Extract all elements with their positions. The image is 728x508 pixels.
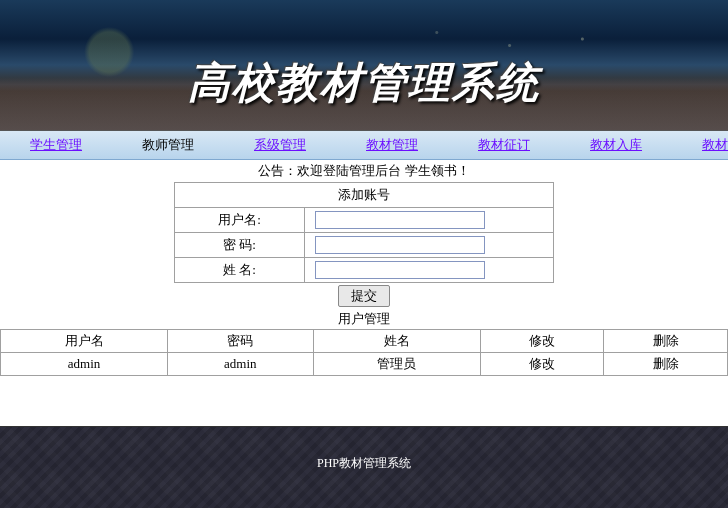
cell-name: 管理员 xyxy=(313,353,480,376)
table-header-row: 用户名 密码 姓名 修改 删除 xyxy=(1,330,728,353)
main-nav: 学生管理 教师管理 系级管理 教材管理 教材征订 教材入库 教材发放 用户管 xyxy=(0,131,728,160)
th-name: 姓名 xyxy=(313,330,480,353)
user-mgmt-title: 用户管理 xyxy=(0,309,728,329)
nav-teacher[interactable]: 教师管理 xyxy=(112,134,224,156)
username-input[interactable] xyxy=(315,211,485,229)
nav-stockin[interactable]: 教材入库 xyxy=(560,134,672,156)
form-title: 添加账号 xyxy=(175,183,554,208)
username-label: 用户名: xyxy=(175,208,305,233)
cell-edit[interactable]: 修改 xyxy=(480,353,604,376)
cell-password: admin xyxy=(168,353,313,376)
footer-text: PHP教材管理系统 xyxy=(317,456,411,470)
banner: 高校教材管理系统 xyxy=(0,0,728,131)
th-password: 密码 xyxy=(168,330,313,353)
th-username: 用户名 xyxy=(1,330,168,353)
nav-distribute[interactable]: 教材发放 xyxy=(672,134,728,156)
name-label: 姓 名: xyxy=(175,258,305,283)
name-input[interactable] xyxy=(315,261,485,279)
nav-textbook[interactable]: 教材管理 xyxy=(336,134,448,156)
table-row: admin admin 管理员 修改 删除 xyxy=(1,353,728,376)
user-table: 用户名 密码 姓名 修改 删除 admin admin 管理员 修改 删除 xyxy=(0,329,728,376)
site-title: 高校教材管理系统 xyxy=(0,55,728,111)
nav-department[interactable]: 系级管理 xyxy=(224,134,336,156)
announcement: 公告：欢迎登陆管理后台 学生领书！ xyxy=(0,160,728,182)
password-label: 密 码: xyxy=(175,233,305,258)
nav-student[interactable]: 学生管理 xyxy=(0,134,112,156)
th-edit: 修改 xyxy=(480,330,604,353)
add-account-form: 添加账号 用户名: 密 码: 姓 名: xyxy=(174,182,554,283)
cell-username: admin xyxy=(1,353,168,376)
cell-delete[interactable]: 删除 xyxy=(604,353,728,376)
footer: PHP教材管理系统 CSDN @毕业设计方案专家 xyxy=(0,426,728,508)
nav-order[interactable]: 教材征订 xyxy=(448,134,560,156)
password-input[interactable] xyxy=(315,236,485,254)
submit-button[interactable]: 提交 xyxy=(338,285,390,307)
th-delete: 删除 xyxy=(604,330,728,353)
